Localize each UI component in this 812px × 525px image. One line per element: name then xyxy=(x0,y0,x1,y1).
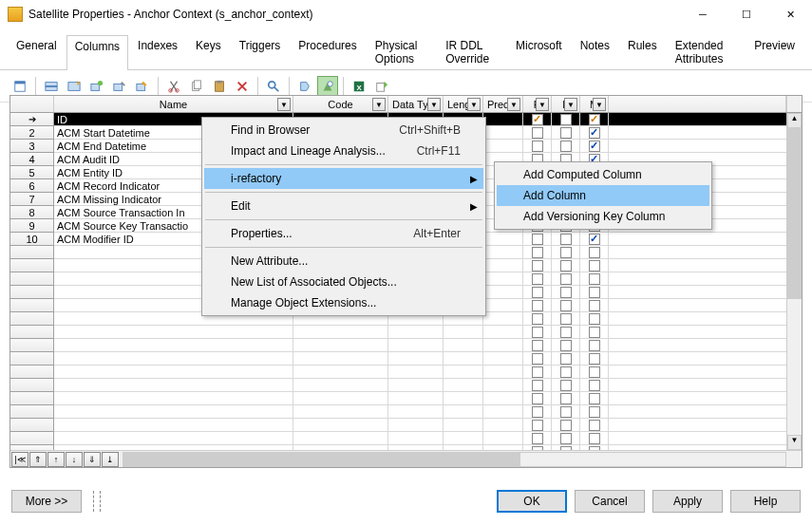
row-number[interactable]: 7 xyxy=(10,193,54,206)
toolbar-edit-icon[interactable] xyxy=(132,76,153,97)
row-number[interactable] xyxy=(10,379,54,392)
row-number[interactable]: ➔ xyxy=(10,113,54,126)
row-number[interactable] xyxy=(10,246,54,259)
table-row[interactable] xyxy=(10,366,802,379)
row-number[interactable]: 6 xyxy=(10,179,54,193)
cell-f[interactable] xyxy=(552,392,580,405)
context-submenu[interactable]: Add Computed ColumnAdd ColumnAdd Version… xyxy=(494,161,712,230)
checkbox[interactable] xyxy=(589,340,600,351)
checkbox[interactable] xyxy=(560,393,572,404)
cell-p[interactable] xyxy=(523,286,552,299)
cell-length[interactable] xyxy=(444,326,483,339)
checkbox[interactable] xyxy=(560,300,572,311)
cell-name[interactable] xyxy=(54,379,293,392)
toolbar-find-icon[interactable] xyxy=(263,76,284,97)
toolbar-tool2-icon[interactable] xyxy=(317,76,338,97)
cell-length[interactable] xyxy=(444,379,483,392)
toolbar-paste-icon[interactable] xyxy=(209,76,230,97)
checkbox[interactable] xyxy=(532,393,543,404)
checkbox[interactable] xyxy=(589,366,600,378)
checkbox[interactable] xyxy=(560,433,572,444)
menu-item-properties[interactable]: Properties...Alt+Enter xyxy=(204,223,483,244)
checkbox[interactable] xyxy=(589,393,600,404)
cell-f[interactable] xyxy=(552,352,580,366)
cell-length[interactable] xyxy=(444,419,483,432)
cell-precision[interactable] xyxy=(483,366,523,379)
column-header-p[interactable]: P▼ xyxy=(523,96,552,112)
row-number[interactable] xyxy=(10,405,54,419)
cell-precision[interactable] xyxy=(483,352,523,366)
cell-p[interactable] xyxy=(523,233,552,246)
checkbox[interactable] xyxy=(560,247,572,258)
cell-length[interactable] xyxy=(444,392,483,405)
cell-m[interactable] xyxy=(580,140,609,153)
cell-f[interactable] xyxy=(552,326,580,339)
cell-datatype[interactable] xyxy=(388,432,444,445)
checkbox[interactable] xyxy=(560,406,572,418)
cell-precision[interactable] xyxy=(483,312,523,326)
cell-f[interactable] xyxy=(552,126,580,140)
cell-code[interactable] xyxy=(293,419,388,432)
cell-m[interactable] xyxy=(580,286,609,299)
menu-item-impact-and-lineage-analysis[interactable]: Impact and Lineage Analysis...Ctrl+F11 xyxy=(204,141,483,161)
checkbox[interactable] xyxy=(560,340,572,351)
menu-item-new-attribute[interactable]: New Attribute... xyxy=(204,251,483,272)
cell-m[interactable] xyxy=(580,259,609,272)
cell-datatype[interactable] xyxy=(388,366,444,379)
cell-f[interactable] xyxy=(552,299,580,312)
cell-p[interactable] xyxy=(523,299,552,312)
cell-f[interactable] xyxy=(552,259,580,272)
cell-m[interactable] xyxy=(580,352,609,366)
cell-m[interactable] xyxy=(580,246,609,259)
checkbox-f[interactable] xyxy=(560,234,572,245)
checkbox[interactable] xyxy=(589,380,600,391)
cell-datatype[interactable] xyxy=(388,339,444,352)
menu-item-find-in-browser[interactable]: Find in BrowserCtrl+Shift+B xyxy=(204,120,483,141)
apply-button[interactable]: Apply xyxy=(652,490,723,513)
cell-p[interactable] xyxy=(523,326,552,339)
cell-length[interactable] xyxy=(444,352,483,366)
scroll-up-icon[interactable]: ▲ xyxy=(787,113,802,128)
submenu-item-add-versioning-key-column[interactable]: Add Versioning Key Column xyxy=(497,206,709,227)
nav-last-icon[interactable]: ⤓ xyxy=(102,452,119,467)
cell-f[interactable] xyxy=(552,339,580,352)
table-row[interactable] xyxy=(10,339,802,352)
cell-f[interactable] xyxy=(552,140,580,153)
checkbox[interactable] xyxy=(532,433,543,444)
column-header-f[interactable]: F▼ xyxy=(552,96,580,112)
cell-precision[interactable] xyxy=(483,326,523,339)
cell-f[interactable] xyxy=(552,379,580,392)
cell-precision[interactable] xyxy=(483,405,523,419)
cell-f[interactable] xyxy=(552,405,580,419)
cell-code[interactable] xyxy=(293,339,388,352)
dropdown-icon[interactable]: ▼ xyxy=(467,98,481,111)
cell-name[interactable] xyxy=(54,419,293,432)
checkbox-m[interactable] xyxy=(589,234,600,245)
row-number[interactable] xyxy=(10,352,54,366)
row-number[interactable]: 10 xyxy=(10,233,54,246)
table-row[interactable] xyxy=(10,405,802,419)
cell-m[interactable] xyxy=(580,339,609,352)
row-number[interactable] xyxy=(10,312,54,326)
tab-notes[interactable]: Notes xyxy=(572,34,618,69)
cell-f[interactable] xyxy=(552,432,580,445)
checkbox[interactable] xyxy=(532,260,543,272)
checkbox[interactable] xyxy=(589,260,600,272)
table-row[interactable] xyxy=(10,419,802,432)
toolbar-cut-icon[interactable] xyxy=(163,76,184,97)
checkbox-m[interactable] xyxy=(589,141,600,152)
nav-next-icon[interactable]: ↓ xyxy=(66,452,83,467)
more-button[interactable]: More >> xyxy=(11,490,82,513)
tab-indexes[interactable]: Indexes xyxy=(129,34,186,69)
maximize-button[interactable]: ☐ xyxy=(725,0,768,28)
cell-name[interactable] xyxy=(54,339,293,352)
tab-physical-options[interactable]: Physical Options xyxy=(367,34,436,69)
cell-m[interactable] xyxy=(580,126,609,140)
cell-precision[interactable] xyxy=(483,339,523,352)
cell-precision[interactable] xyxy=(483,126,523,140)
checkbox[interactable] xyxy=(532,287,543,298)
cell-m[interactable] xyxy=(580,366,609,379)
scroll-down-icon[interactable]: ▼ xyxy=(787,435,802,450)
row-number[interactable]: 4 xyxy=(10,153,54,166)
toolbar-delete-icon[interactable] xyxy=(232,76,253,97)
